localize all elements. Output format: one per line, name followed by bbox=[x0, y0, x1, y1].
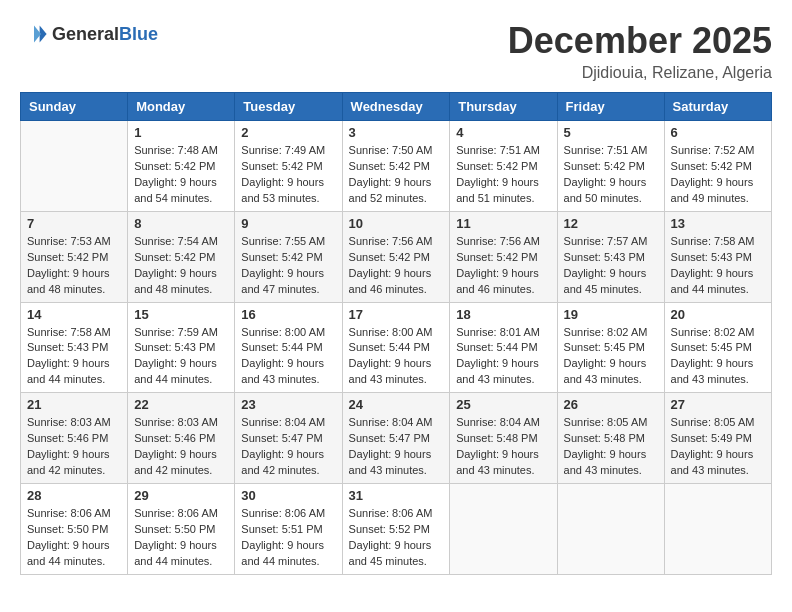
calendar-week-row: 1Sunrise: 7:48 AMSunset: 5:42 PMDaylight… bbox=[21, 121, 772, 212]
sunset-text: Sunset: 5:44 PM bbox=[349, 341, 430, 353]
calendar-cell: 26Sunrise: 8:05 AMSunset: 5:48 PMDayligh… bbox=[557, 393, 664, 484]
sunrise-text: Sunrise: 7:49 AM bbox=[241, 144, 325, 156]
daylight-line1: Daylight: 9 hours bbox=[134, 539, 217, 551]
sunrise-text: Sunrise: 7:57 AM bbox=[564, 235, 648, 247]
daylight-line2: and 48 minutes. bbox=[27, 283, 105, 295]
sunrise-text: Sunrise: 8:03 AM bbox=[27, 416, 111, 428]
daylight-line2: and 44 minutes. bbox=[27, 555, 105, 567]
daylight-line1: Daylight: 9 hours bbox=[349, 357, 432, 369]
daylight-line2: and 49 minutes. bbox=[671, 192, 749, 204]
daylight-line2: and 43 minutes. bbox=[456, 373, 534, 385]
calendar-cell: 13Sunrise: 7:58 AMSunset: 5:43 PMDayligh… bbox=[664, 211, 771, 302]
sunset-text: Sunset: 5:50 PM bbox=[27, 523, 108, 535]
day-info: Sunrise: 7:57 AMSunset: 5:43 PMDaylight:… bbox=[564, 234, 658, 298]
day-number: 3 bbox=[349, 125, 444, 140]
daylight-line1: Daylight: 9 hours bbox=[134, 357, 217, 369]
day-info: Sunrise: 8:01 AMSunset: 5:44 PMDaylight:… bbox=[456, 325, 550, 389]
sunrise-text: Sunrise: 7:52 AM bbox=[671, 144, 755, 156]
day-header-tuesday: Tuesday bbox=[235, 93, 342, 121]
day-header-wednesday: Wednesday bbox=[342, 93, 450, 121]
day-header-friday: Friday bbox=[557, 93, 664, 121]
calendar-cell: 18Sunrise: 8:01 AMSunset: 5:44 PMDayligh… bbox=[450, 302, 557, 393]
day-info: Sunrise: 7:58 AMSunset: 5:43 PMDaylight:… bbox=[671, 234, 765, 298]
sunset-text: Sunset: 5:48 PM bbox=[564, 432, 645, 444]
sunrise-text: Sunrise: 8:05 AM bbox=[564, 416, 648, 428]
day-info: Sunrise: 8:03 AMSunset: 5:46 PMDaylight:… bbox=[134, 415, 228, 479]
daylight-line2: and 44 minutes. bbox=[134, 555, 212, 567]
daylight-line1: Daylight: 9 hours bbox=[241, 267, 324, 279]
daylight-line1: Daylight: 9 hours bbox=[349, 267, 432, 279]
daylight-line2: and 42 minutes. bbox=[134, 464, 212, 476]
sunset-text: Sunset: 5:50 PM bbox=[134, 523, 215, 535]
sunrise-text: Sunrise: 7:50 AM bbox=[349, 144, 433, 156]
sunrise-text: Sunrise: 8:06 AM bbox=[241, 507, 325, 519]
calendar-cell: 27Sunrise: 8:05 AMSunset: 5:49 PMDayligh… bbox=[664, 393, 771, 484]
day-number: 23 bbox=[241, 397, 335, 412]
daylight-line1: Daylight: 9 hours bbox=[27, 448, 110, 460]
day-number: 27 bbox=[671, 397, 765, 412]
calendar-cell: 25Sunrise: 8:04 AMSunset: 5:48 PMDayligh… bbox=[450, 393, 557, 484]
day-number: 17 bbox=[349, 307, 444, 322]
sunset-text: Sunset: 5:44 PM bbox=[456, 341, 537, 353]
calendar-cell: 8Sunrise: 7:54 AMSunset: 5:42 PMDaylight… bbox=[128, 211, 235, 302]
daylight-line1: Daylight: 9 hours bbox=[671, 357, 754, 369]
calendar-cell: 7Sunrise: 7:53 AMSunset: 5:42 PMDaylight… bbox=[21, 211, 128, 302]
daylight-line1: Daylight: 9 hours bbox=[456, 357, 539, 369]
daylight-line1: Daylight: 9 hours bbox=[241, 539, 324, 551]
day-number: 26 bbox=[564, 397, 658, 412]
day-number: 2 bbox=[241, 125, 335, 140]
daylight-line2: and 43 minutes. bbox=[564, 464, 642, 476]
sunrise-text: Sunrise: 8:04 AM bbox=[349, 416, 433, 428]
calendar-cell: 22Sunrise: 8:03 AMSunset: 5:46 PMDayligh… bbox=[128, 393, 235, 484]
sunset-text: Sunset: 5:47 PM bbox=[241, 432, 322, 444]
day-info: Sunrise: 8:06 AMSunset: 5:50 PMDaylight:… bbox=[134, 506, 228, 570]
day-info: Sunrise: 8:00 AMSunset: 5:44 PMDaylight:… bbox=[349, 325, 444, 389]
day-number: 4 bbox=[456, 125, 550, 140]
day-info: Sunrise: 8:00 AMSunset: 5:44 PMDaylight:… bbox=[241, 325, 335, 389]
day-number: 7 bbox=[27, 216, 121, 231]
day-info: Sunrise: 7:58 AMSunset: 5:43 PMDaylight:… bbox=[27, 325, 121, 389]
daylight-line1: Daylight: 9 hours bbox=[456, 448, 539, 460]
day-number: 24 bbox=[349, 397, 444, 412]
sunrise-text: Sunrise: 8:06 AM bbox=[27, 507, 111, 519]
day-number: 28 bbox=[27, 488, 121, 503]
daylight-line2: and 54 minutes. bbox=[134, 192, 212, 204]
sunrise-text: Sunrise: 7:53 AM bbox=[27, 235, 111, 247]
sunset-text: Sunset: 5:42 PM bbox=[671, 160, 752, 172]
day-header-sunday: Sunday bbox=[21, 93, 128, 121]
daylight-line2: and 53 minutes. bbox=[241, 192, 319, 204]
day-number: 14 bbox=[27, 307, 121, 322]
day-number: 10 bbox=[349, 216, 444, 231]
calendar-header-row: SundayMondayTuesdayWednesdayThursdayFrid… bbox=[21, 93, 772, 121]
daylight-line1: Daylight: 9 hours bbox=[27, 267, 110, 279]
day-number: 18 bbox=[456, 307, 550, 322]
sunset-text: Sunset: 5:42 PM bbox=[134, 251, 215, 263]
calendar-cell bbox=[557, 484, 664, 575]
day-info: Sunrise: 7:53 AMSunset: 5:42 PMDaylight:… bbox=[27, 234, 121, 298]
daylight-line1: Daylight: 9 hours bbox=[564, 267, 647, 279]
sunset-text: Sunset: 5:42 PM bbox=[241, 251, 322, 263]
daylight-line1: Daylight: 9 hours bbox=[27, 539, 110, 551]
calendar-cell: 3Sunrise: 7:50 AMSunset: 5:42 PMDaylight… bbox=[342, 121, 450, 212]
sunrise-text: Sunrise: 8:06 AM bbox=[349, 507, 433, 519]
day-info: Sunrise: 8:05 AMSunset: 5:49 PMDaylight:… bbox=[671, 415, 765, 479]
sunrise-text: Sunrise: 7:48 AM bbox=[134, 144, 218, 156]
sunrise-text: Sunrise: 7:51 AM bbox=[456, 144, 540, 156]
calendar-cell: 11Sunrise: 7:56 AMSunset: 5:42 PMDayligh… bbox=[450, 211, 557, 302]
calendar-cell: 15Sunrise: 7:59 AMSunset: 5:43 PMDayligh… bbox=[128, 302, 235, 393]
day-info: Sunrise: 7:49 AMSunset: 5:42 PMDaylight:… bbox=[241, 143, 335, 207]
sunset-text: Sunset: 5:51 PM bbox=[241, 523, 322, 535]
day-info: Sunrise: 7:59 AMSunset: 5:43 PMDaylight:… bbox=[134, 325, 228, 389]
day-info: Sunrise: 8:02 AMSunset: 5:45 PMDaylight:… bbox=[564, 325, 658, 389]
sunrise-text: Sunrise: 8:03 AM bbox=[134, 416, 218, 428]
calendar-cell: 29Sunrise: 8:06 AMSunset: 5:50 PMDayligh… bbox=[128, 484, 235, 575]
daylight-line1: Daylight: 9 hours bbox=[349, 448, 432, 460]
day-number: 21 bbox=[27, 397, 121, 412]
title-block: December 2025 Djidiouia, Relizane, Alger… bbox=[508, 20, 772, 82]
sunset-text: Sunset: 5:44 PM bbox=[241, 341, 322, 353]
day-number: 11 bbox=[456, 216, 550, 231]
calendar-cell: 1Sunrise: 7:48 AMSunset: 5:42 PMDaylight… bbox=[128, 121, 235, 212]
daylight-line2: and 51 minutes. bbox=[456, 192, 534, 204]
daylight-line2: and 44 minutes. bbox=[134, 373, 212, 385]
calendar-week-row: 21Sunrise: 8:03 AMSunset: 5:46 PMDayligh… bbox=[21, 393, 772, 484]
